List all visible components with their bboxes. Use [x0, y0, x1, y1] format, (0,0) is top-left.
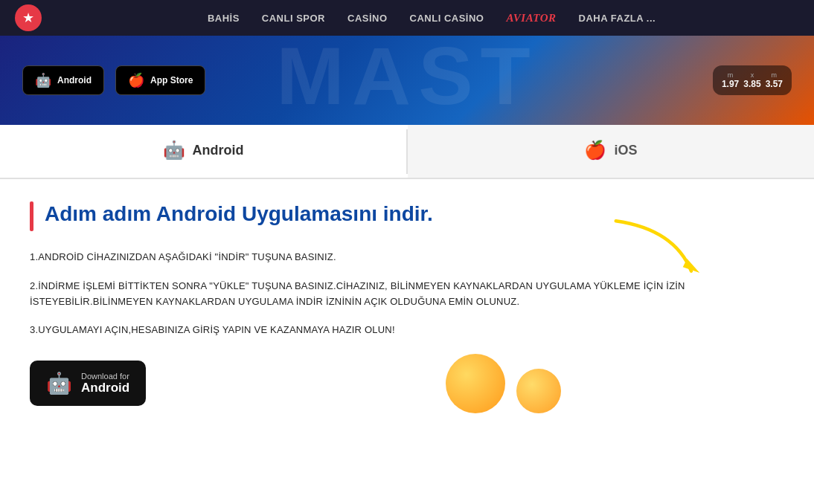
- android-tab-icon: 🤖: [163, 140, 185, 161]
- android-icon: 🤖: [35, 72, 51, 88]
- nav-aviator[interactable]: Aviator: [506, 12, 556, 25]
- android-tab-label: Android: [193, 143, 244, 158]
- odd-label-3: m: [772, 71, 778, 79]
- odd-val-2: 3.85: [743, 79, 760, 89]
- content-section: Adım adım Android Uygulamasını indir. 1.…: [0, 179, 814, 428]
- hero-store-buttons: 🤖 Android 🍎 App Store: [22, 65, 205, 95]
- odd-item-1: m 1.97: [722, 71, 739, 89]
- nav-bahis[interactable]: BAHİS: [208, 13, 240, 24]
- odd-item-3: m 3.57: [766, 71, 783, 89]
- tab-ios[interactable]: 🍎 iOS: [408, 125, 814, 178]
- heading-accent-bar: [30, 201, 33, 231]
- android-store-button[interactable]: 🤖 Android: [22, 65, 104, 95]
- nav-canli-spor[interactable]: CANLI SPOR: [262, 13, 325, 24]
- navbar: ★ BAHİS CANLI SPOR CASİNO CANLI CASİNO A…: [0, 0, 814, 36]
- odd-item-2: x 3.85: [743, 71, 760, 89]
- download-for-label: Download for: [81, 372, 129, 381]
- download-btn-text: Download for Android: [81, 372, 129, 395]
- hero-banner: 🤖 Android 🍎 App Store MAST m 1.97 x 3.85…: [0, 36, 814, 125]
- tabs-container: 🤖 Android 🍎 iOS: [0, 125, 814, 179]
- tab-android[interactable]: 🤖 Android: [0, 125, 406, 178]
- odds-display: m 1.97 x 3.85 m 3.57: [713, 65, 792, 95]
- nav-canli-casino[interactable]: CANLI CASİNO: [410, 13, 484, 24]
- logo[interactable]: ★: [15, 4, 42, 31]
- download-android-button[interactable]: 🤖 Download for Android: [30, 361, 146, 406]
- android-store-label: Android: [57, 75, 92, 85]
- star-icon: ★: [22, 10, 34, 26]
- nav-daha-fazla[interactable]: DAHA FAZLA ...: [579, 13, 656, 24]
- yellow-arrow-icon: [606, 213, 710, 280]
- hero-bg-text: MAST: [276, 36, 538, 123]
- bottom-section: 🤖 Download for Android: [30, 353, 784, 406]
- instruction-step3: 3.UYGULAMAYI AÇIN,HESABINIZA GİRİŞ YAPIN…: [30, 323, 784, 338]
- odd-val-3: 3.57: [766, 79, 783, 89]
- main-content: 🤖 Android 🍎 iOS Adım adım Android Uygula…: [0, 125, 814, 504]
- odd-label-1: m: [728, 71, 734, 79]
- appstore-label: App Store: [150, 75, 193, 85]
- ios-tab-label: iOS: [614, 143, 637, 158]
- download-android-icon: 🤖: [46, 371, 72, 395]
- coins-decoration: [446, 354, 561, 413]
- instruction-step2: 2.İNDİRME İŞLEMİ BİTTİKTEN SONRA "YÜKLE"…: [30, 279, 784, 310]
- appstore-button[interactable]: 🍎 App Store: [115, 65, 205, 95]
- download-platform-label: Android: [81, 381, 129, 395]
- odds-container: m 1.97 x 3.85 m 3.57: [722, 71, 783, 89]
- odd-val-1: 1.97: [722, 79, 739, 89]
- coin-large: [446, 354, 505, 413]
- apple-tab-icon: 🍎: [584, 140, 606, 161]
- main-heading: Adım adım Android Uygulamasını indir.: [45, 201, 433, 227]
- apple-icon: 🍎: [128, 72, 144, 88]
- nav-casino[interactable]: CASİNO: [347, 13, 388, 24]
- coin-small: [516, 369, 561, 413]
- odd-label-2: x: [751, 71, 754, 79]
- nav-links: BAHİS CANLI SPOR CASİNO CANLI CASİNO Avi…: [64, 12, 799, 25]
